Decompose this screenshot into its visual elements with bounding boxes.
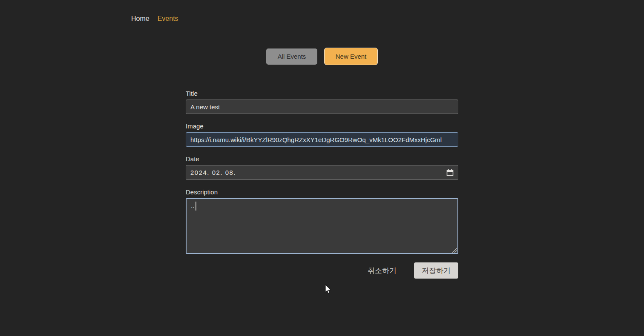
date-input[interactable] [186, 165, 458, 180]
description-textarea[interactable]: .. [186, 198, 458, 254]
description-field-group: Description .. [186, 188, 458, 254]
date-label: Date [186, 155, 458, 162]
mouse-cursor-arrow [325, 284, 332, 295]
nav-link-home[interactable]: Home [131, 15, 150, 23]
description-label: Description [186, 188, 458, 196]
all-events-button[interactable]: All Events [266, 48, 317, 65]
top-nav: Home Events [131, 15, 178, 23]
image-label: Image [186, 122, 458, 130]
image-field-group: Image [186, 122, 458, 147]
save-button[interactable]: 저장하기 [414, 262, 458, 279]
description-textarea-wrap: .. [186, 198, 458, 254]
page: Home Events All Events New Event Title I… [0, 0, 644, 336]
date-field-group: Date [186, 155, 458, 180]
date-input-wrap [186, 165, 458, 180]
title-label: Title [186, 90, 458, 97]
cancel-button[interactable]: 취소하기 [368, 266, 397, 276]
title-input[interactable] [186, 100, 458, 114]
image-url-input[interactable] [186, 132, 458, 147]
form-actions: 취소하기 저장하기 [186, 262, 458, 279]
title-field-group: Title [186, 90, 458, 114]
events-tab-row: All Events New Event [0, 48, 644, 65]
textarea-resize-handle[interactable] [452, 248, 457, 253]
nav-link-events[interactable]: Events [158, 15, 178, 23]
new-event-form: Title Image Date Description .. [186, 90, 458, 279]
calendar-icon[interactable] [446, 169, 454, 176]
new-event-button[interactable]: New Event [324, 48, 378, 65]
